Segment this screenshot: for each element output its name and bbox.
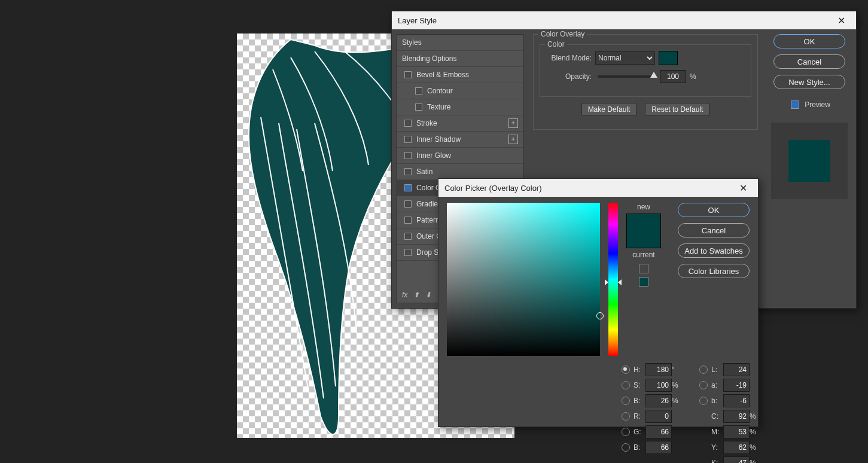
style-checkbox[interactable]: [404, 233, 412, 240]
style-checkbox[interactable]: [404, 136, 412, 143]
value-input[interactable]: [723, 441, 750, 454]
opacity-unit: %: [690, 72, 696, 81]
radio[interactable]: [699, 381, 708, 389]
color-overlay-section: Color Overlay Color Blend Mode: Normal O…: [533, 34, 758, 130]
close-icon[interactable]: ✕: [734, 179, 752, 197]
style-checkbox[interactable]: [415, 103, 422, 111]
radio[interactable]: [622, 428, 630, 436]
radio[interactable]: [699, 397, 708, 405]
value-input[interactable]: [723, 394, 750, 407]
unit-label: %: [672, 397, 683, 405]
cube-icon[interactable]: [639, 264, 648, 273]
hue-slider[interactable]: [608, 203, 618, 356]
style-checkbox[interactable]: [404, 217, 412, 224]
value-input[interactable]: [645, 394, 672, 407]
preview-checkbox[interactable]: Preview: [788, 99, 830, 111]
preview-swatch: [788, 140, 830, 182]
style-checkbox[interactable]: [404, 152, 412, 159]
style-checkbox[interactable]: [404, 71, 412, 78]
style-label: Stroke: [416, 119, 437, 127]
cp-cancel-button[interactable]: Cancel: [678, 223, 750, 237]
radio[interactable]: [622, 412, 630, 421]
make-default-button[interactable]: Make Default: [581, 103, 637, 116]
unit-label: %: [750, 459, 760, 463]
new-label: new: [637, 203, 650, 211]
style-label: Inner Glow: [416, 151, 451, 160]
value-label: B:: [634, 443, 643, 452]
arrow-up-icon[interactable]: ⬆: [413, 291, 419, 299]
style-item[interactable]: Inner Glow: [397, 148, 523, 164]
value-input[interactable]: [723, 363, 750, 376]
value-label: C:: [711, 412, 721, 421]
value-label: Y:: [711, 443, 721, 452]
arrow-down-icon[interactable]: ⬇: [425, 291, 431, 299]
add-swatches-button[interactable]: Add to Swatches: [678, 243, 750, 258]
value-label: a:: [711, 381, 721, 389]
value-label: K:: [711, 459, 721, 463]
value-label: B:: [634, 397, 643, 405]
layerstyle-title: Layer Style: [398, 16, 437, 25]
close-icon[interactable]: ✕: [832, 11, 850, 29]
value-input[interactable]: [645, 363, 672, 376]
mini-swatch[interactable]: [639, 277, 648, 287]
value-label: R:: [634, 412, 643, 421]
plus-icon[interactable]: +: [508, 135, 518, 144]
style-item[interactable]: Inner Shadow+: [397, 132, 523, 148]
value-input[interactable]: [645, 441, 672, 454]
style-item[interactable]: Contour: [397, 83, 523, 99]
radio[interactable]: [622, 397, 630, 405]
value-label: L:: [711, 365, 721, 374]
current-label: current: [632, 251, 654, 259]
value-input[interactable]: [723, 425, 750, 438]
value-input[interactable]: [645, 379, 672, 392]
value-input[interactable]: [723, 456, 750, 463]
style-checkbox[interactable]: [404, 200, 412, 208]
blendmode-label: Blend Mode:: [546, 54, 592, 62]
value-input[interactable]: [645, 425, 672, 438]
opacity-slider[interactable]: [598, 75, 654, 78]
value-input[interactable]: [723, 410, 750, 423]
cancel-button[interactable]: Cancel: [773, 54, 845, 69]
radio[interactable]: [699, 365, 708, 374]
blending-options[interactable]: Blending Options: [397, 51, 523, 67]
radio[interactable]: [622, 443, 630, 452]
value-label: b:: [711, 397, 721, 405]
blendmode-select[interactable]: Normal: [595, 51, 655, 65]
style-checkbox[interactable]: [404, 184, 412, 191]
radio[interactable]: [622, 365, 630, 374]
opacity-input[interactable]: [660, 70, 686, 83]
cp-ok-button[interactable]: OK: [678, 203, 750, 217]
ok-button[interactable]: OK: [773, 34, 845, 48]
value-label: M:: [711, 428, 721, 436]
overlay-color-swatch[interactable]: [659, 51, 678, 65]
style-item[interactable]: Satin: [397, 164, 523, 180]
sv-field[interactable]: [447, 203, 600, 356]
style-item[interactable]: Texture: [397, 99, 523, 115]
style-label: Texture: [427, 103, 450, 111]
style-checkbox[interactable]: [404, 120, 412, 127]
radio[interactable]: [622, 381, 630, 389]
plus-icon[interactable]: +: [508, 118, 518, 128]
style-item[interactable]: Stroke+: [397, 115, 523, 132]
value-label: S:: [634, 381, 643, 389]
unit-label: %: [672, 381, 683, 389]
color-legend: Color: [545, 40, 567, 48]
style-item[interactable]: Bevel & Emboss: [397, 67, 523, 83]
new-current-swatch[interactable]: [626, 214, 661, 248]
style-checkbox[interactable]: [415, 87, 422, 95]
new-style-button[interactable]: New Style...: [773, 75, 845, 89]
sv-cursor[interactable]: [596, 312, 604, 319]
value-input[interactable]: [723, 379, 750, 392]
style-label: Satin: [416, 167, 433, 176]
style-checkbox[interactable]: [404, 168, 412, 175]
value-input[interactable]: [645, 410, 672, 423]
style-checkbox[interactable]: [404, 249, 412, 256]
styles-header[interactable]: Styles: [397, 35, 523, 51]
unit-label: °: [672, 365, 683, 374]
reset-default-button[interactable]: Reset to Default: [645, 103, 709, 116]
fx-label[interactable]: fx: [402, 291, 407, 299]
unit-label: %: [750, 443, 760, 452]
unit-label: %: [750, 412, 760, 421]
color-libraries-button[interactable]: Color Libraries: [678, 264, 750, 278]
section-legend: Color Overlay: [538, 30, 587, 38]
